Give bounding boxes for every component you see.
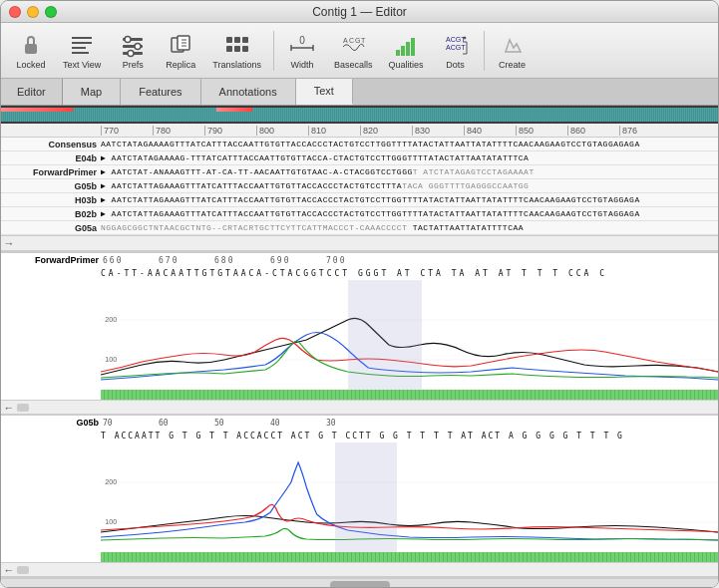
basecalls-button[interactable]: A C G T Basecalls [328,29,379,73]
sequence-ruler: 770 780 790 800 810 820 830 840 850 860 … [1,124,718,138]
svg-text:100: 100 [105,356,117,364]
table-row: G05b ▶ AATCTATTAGAAAGTTTATCATTTACCAATTGT… [1,179,718,193]
ruler-mark: 830 [412,126,464,136]
h03b-label: H03b [1,195,101,205]
prefs-button[interactable]: Prefs [111,29,155,73]
svg-rect-4 [72,52,89,54]
section-arrow: → [1,237,17,249]
basecalls-icon: A C G T [337,31,369,59]
svg-rect-14 [234,37,240,43]
g05a-seq: NGGAGCGGCTNTAACGCTNTG--CRTACRTGCTTCYTTCA… [101,223,524,232]
create-icon [497,31,529,59]
ruler-mark: 850 [516,126,567,136]
svg-rect-28 [401,46,405,56]
create-button[interactable]: Create [491,29,535,73]
slider-col-2 [17,566,33,574]
svg-text:ACGT: ACGT [446,44,466,51]
consensus-label: Consensus [1,140,101,149]
minimize-button[interactable] [27,6,39,18]
fwd-primer-seq: ▶ AATCTAT-ANAAAGTTT-AT-CA-TT-AACAATTGTGT… [101,167,535,176]
svg-rect-18 [242,46,248,52]
text-view-button[interactable]: Text View [57,29,107,73]
overview-bar [1,106,718,124]
ruler-mark: 876 [619,126,671,136]
chromatogram-forward-primer: ForwardPrimer 660 670 680 690 700 CA-TT-… [1,251,718,400]
consensus-seq: AATCTATAGAAAAGTTTATCATTTACCAATTGTGTTACCA… [101,140,640,148]
chrom1-ruler: 660 670 680 690 700 [103,256,718,265]
qualities-button[interactable]: Qualities [383,29,430,73]
create-label: Create [499,61,526,71]
scrollbar-thumb[interactable] [330,581,390,589]
ruler-mark: 790 [204,126,256,136]
ruler-mark: 860 [567,126,619,136]
prefs-icon [117,31,149,59]
table-row: Consensus AATCTATAGAAAAGTTTATCATTTACCAAT… [1,138,718,151]
svg-rect-16 [226,46,232,52]
chrom1-seq: CA-TT-AACAATTGTGTAACA-CTACGGTCCT GGGT AT… [101,269,607,278]
svg-point-8 [135,43,141,49]
text-view-label: Text View [63,61,101,71]
svg-text:200: 200 [105,478,117,486]
tab-features[interactable]: Features [121,79,200,105]
h03b-seq: ▶ AATCTATTAGAAAGTTTATCATTTACCAATTGTGTTAC… [101,195,640,204]
svg-text:100: 100 [105,518,117,526]
basecalls-label: Basecalls [334,61,373,71]
ruler-mark: 810 [308,126,360,136]
titlebar: Contig 1 — Editor [1,1,718,23]
width-icon: 0 [286,31,318,59]
chrom2-highlight [335,442,397,552]
e04b-seq: ▶ AATCTATAGAAAAG-TTTATCATTTACCAATTGTGTTA… [101,153,529,162]
e04b-label: E04b [1,153,101,163]
table-row: B02b ▶ AATCTATTAGAAAGTTTATCATTTACCAATTGT… [1,207,718,221]
svg-rect-17 [234,46,240,52]
svg-rect-27 [396,50,400,56]
table-row: E04b ▶ AATCTATAGAAAAG-TTTATCATTTACCAATTG… [1,151,718,165]
svg-rect-29 [406,42,410,56]
dots-icon: ACGT ACGT [440,31,472,59]
toolbar-separator-1 [273,31,274,71]
text-view-icon [66,31,98,59]
translations-button[interactable]: Translations [206,29,267,73]
b02b-label: B02b [1,209,101,219]
width-button[interactable]: 0 Width [280,29,324,73]
g05b-label: G05b [1,181,101,191]
chrom2-graph: 100 200 [101,442,718,552]
section-arrow-3: ← [1,564,17,576]
horizontal-scrollbar[interactable] [1,578,718,588]
locked-button[interactable]: Locked [9,29,53,73]
lock-icon [15,31,47,59]
tab-map[interactable]: Map [63,79,121,105]
sequence-area: Consensus AATCTATAGAAAAGTTTATCATTTACCAAT… [1,138,718,578]
svg-point-10 [128,50,134,56]
replica-icon [165,31,196,59]
translations-icon [221,31,253,59]
locked-label: Locked [16,61,45,71]
svg-rect-2 [72,42,92,44]
replica-button[interactable]: Replica [159,29,202,73]
window-title: Contig 1 — Editor [312,5,407,19]
svg-rect-15 [242,37,248,43]
svg-rect-0 [25,44,37,54]
svg-rect-3 [72,47,86,49]
dots-button[interactable]: ACGT ACGT Dots [434,29,478,73]
tab-text[interactable]: Text [296,79,353,105]
slider-thumb[interactable] [17,404,29,412]
prefs-label: Prefs [123,61,144,71]
close-button[interactable] [9,6,21,18]
chrom2-label: G05b [3,418,103,428]
svg-text:A: A [343,37,348,44]
main-content: 770 780 790 800 810 820 830 840 850 860 … [1,106,718,588]
chrom1-graph: 100 200 [101,280,718,390]
chrom1-quality-bar [101,390,718,400]
chrom1-highlight [348,280,422,390]
qualities-icon [390,31,422,59]
chrom2-seq: T ACCAATT G T G T T ACCACCT ACT G T CCTT… [101,432,624,441]
slider-thumb-2[interactable] [17,566,29,574]
tabs: Map Features Annotations Text [63,79,353,105]
tab-annotations[interactable]: Annotations [201,79,296,105]
svg-text:0: 0 [299,35,305,46]
maximize-button[interactable] [45,6,57,18]
ruler-mark: 820 [360,126,412,136]
section-arrow-2: ← [1,402,17,414]
chromatogram-g05b: G05b 70 60 50 40 30 T ACCAATT G T G T T … [1,414,718,562]
